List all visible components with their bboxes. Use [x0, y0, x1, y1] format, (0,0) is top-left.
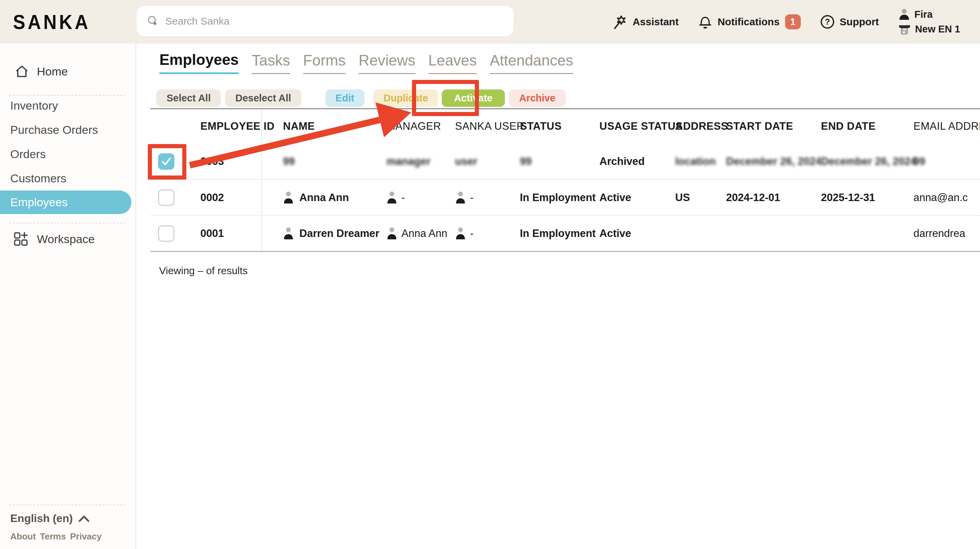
- search-icon: [147, 15, 159, 27]
- table-row[interactable]: 0002 Anna Ann -: [150, 179, 980, 215]
- language-selector[interactable]: English (en): [10, 512, 90, 525]
- archive-button[interactable]: Archive: [509, 89, 566, 107]
- search-bar: [137, 6, 514, 37]
- tab-tasks[interactable]: Tasks: [251, 52, 290, 74]
- sidebar-item-customers[interactable]: Customers: [0, 166, 136, 191]
- cell-usage-status: Active: [596, 191, 669, 204]
- header-end-date: END DATE: [819, 120, 913, 132]
- search-input[interactable]: [165, 15, 503, 27]
- sidebar-item-purchase-orders[interactable]: Purchase Orders: [0, 118, 136, 142]
- table-header: EMPLOYEE ID NAME MANAGER SANKA USER STAT…: [150, 109, 980, 143]
- legal-links: About Terms Privacy: [10, 531, 102, 542]
- cell-email: 99: [913, 155, 925, 168]
- activate-button[interactable]: Activate: [442, 89, 505, 107]
- sidebar-item-orders[interactable]: Orders: [0, 142, 136, 166]
- cell-manager: Anna Ann: [401, 228, 447, 240]
- bulk-action-toolbar: Select All Deselect All Edit Duplicate A…: [156, 89, 566, 107]
- header-status: STATUS: [517, 120, 596, 132]
- header-address: ADDRESS: [669, 120, 725, 132]
- employees-table: EMPLOYEE ID NAME MANAGER SANKA USER STAT…: [150, 108, 980, 252]
- about-link[interactable]: About: [10, 531, 36, 542]
- select-all-button[interactable]: Select All: [156, 89, 221, 107]
- user-menu[interactable]: Fira New EN 1: [898, 8, 960, 35]
- cell-status: In Employment: [517, 228, 596, 240]
- support-label: Support: [840, 16, 879, 28]
- notifications-label: Notifications: [718, 16, 780, 28]
- support-button[interactable]: ? Support: [820, 14, 879, 29]
- tab-leaves[interactable]: Leaves: [428, 52, 477, 74]
- app-window: SANKA Assistant: [0, 0, 980, 549]
- notifications-badge: 1: [785, 14, 801, 29]
- cell-employee-id: 0002: [200, 191, 261, 204]
- workspace-grid-icon: [13, 231, 29, 247]
- store-icon: [898, 22, 911, 35]
- cell-status: 99: [520, 155, 531, 168]
- cell-employee-id: 0003: [200, 155, 261, 168]
- home-icon: [14, 64, 29, 78]
- header-employee-id: EMPLOYEE ID: [200, 120, 261, 132]
- cell-end-date: December 26, 2024: [821, 155, 916, 168]
- language-label: English (en): [10, 512, 73, 525]
- help-circle-icon: ?: [820, 14, 835, 29]
- workspace-line: New EN 1: [898, 22, 960, 35]
- topbar-actions: Assistant Notifications 1 ? Support: [612, 0, 960, 44]
- header-email-address: EMAIL ADDRESS: [913, 120, 980, 132]
- sidebar-item-home[interactable]: Home: [0, 62, 68, 81]
- sidebar-divider: [9, 223, 125, 223]
- row-checkbox[interactable]: [158, 225, 174, 242]
- app-logo: SANKA: [13, 0, 91, 45]
- notifications-button[interactable]: Notifications 1: [698, 14, 801, 30]
- sidebar-nav-list: Inventory Purchase Orders Orders Custome…: [0, 94, 136, 214]
- person-icon: [283, 191, 294, 204]
- cell-name: 99: [283, 155, 294, 168]
- cell-manager: manager: [387, 155, 430, 168]
- cell-employee-id: 0001: [200, 228, 261, 240]
- workspace-name: New EN 1: [915, 24, 960, 35]
- terms-link[interactable]: Terms: [40, 531, 66, 542]
- assistant-label: Assistant: [633, 16, 679, 28]
- tab-attendances[interactable]: Attendances: [490, 52, 573, 74]
- tab-employees[interactable]: Employees: [159, 51, 239, 74]
- privacy-link[interactable]: Privacy: [70, 531, 102, 542]
- deselect-all-button[interactable]: Deselect All: [225, 89, 301, 107]
- chevron-up-icon: [78, 515, 90, 522]
- table-row[interactable]: 0003 99 manager user 99 Archived locatio…: [150, 143, 980, 179]
- topbar: SANKA Assistant: [0, 0, 980, 44]
- user-icon: [898, 8, 910, 21]
- person-icon: [283, 227, 294, 240]
- cell-start-date: December 26, 2024: [726, 155, 821, 168]
- row-checkbox[interactable]: [158, 189, 174, 206]
- header-manager: MANAGER: [382, 120, 452, 132]
- duplicate-button[interactable]: Duplicate: [374, 89, 439, 107]
- cell-manager: -: [401, 191, 405, 204]
- sidebar-item-employees[interactable]: Employees: [0, 191, 131, 214]
- checkmark-icon: [161, 156, 172, 167]
- cell-status: In Employment: [517, 191, 596, 204]
- table-row[interactable]: 0001 Darren Dreamer Anna Ann: [150, 215, 980, 251]
- cell-email: anna@an.c: [913, 191, 980, 204]
- tab-forms[interactable]: Forms: [303, 52, 346, 74]
- cell-end-date: 2025-12-31: [819, 191, 913, 204]
- person-icon: [455, 191, 466, 204]
- sidebar-item-inventory[interactable]: Inventory: [0, 94, 136, 118]
- sidebar-home-label: Home: [37, 65, 68, 78]
- tab-reviews[interactable]: Reviews: [358, 52, 415, 74]
- header-start-date: START DATE: [725, 120, 819, 132]
- module-tabs: Employees Tasks Forms Reviews Leaves Att…: [159, 51, 573, 74]
- header-usage-status: USAGE STATUS: [596, 120, 669, 132]
- edit-button[interactable]: Edit: [325, 89, 364, 107]
- row-checkbox[interactable]: [158, 153, 174, 170]
- table-body: 0003 99 manager user 99 Archived locatio…: [150, 143, 980, 251]
- person-icon: [455, 227, 466, 240]
- sidebar-workspace-label: Workspace: [37, 232, 95, 246]
- sidebar-item-workspace[interactable]: Workspace: [0, 229, 95, 249]
- cell-name: Darren Dreamer: [299, 228, 379, 240]
- assistant-button[interactable]: Assistant: [612, 14, 679, 30]
- svg-text:?: ?: [825, 17, 830, 26]
- person-icon: [387, 227, 397, 240]
- main-content: Employees Tasks Forms Reviews Leaves Att…: [137, 44, 980, 549]
- user-name: Fira: [915, 9, 932, 20]
- person-icon: [387, 191, 397, 204]
- cell-start-date: 2024-12-01: [725, 191, 819, 204]
- cell-sanka-user: -: [470, 228, 473, 240]
